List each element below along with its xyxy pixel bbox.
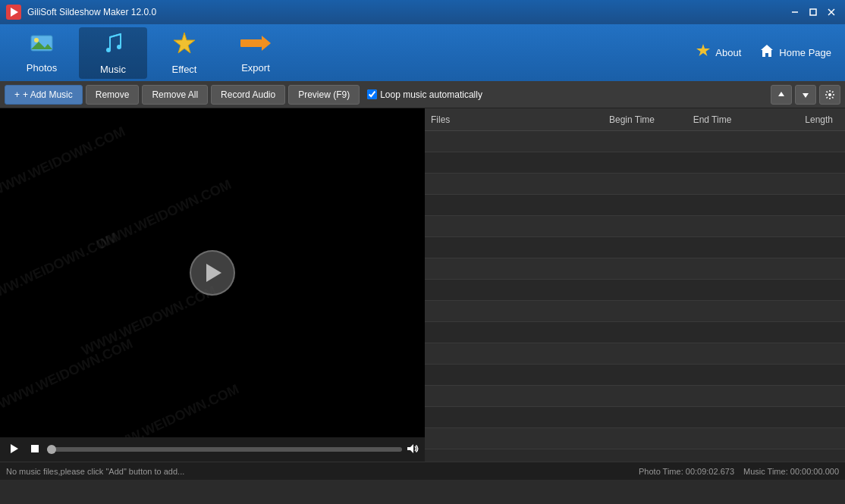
svg-rect-19 — [31, 445, 39, 452]
settings-button[interactable] — [819, 85, 840, 105]
right-nav-buttons: About Home Page — [690, 40, 837, 65]
action-bar: + + Add Music Remove Remove All Record A… — [0, 81, 845, 108]
restore-button[interactable] — [806, 5, 821, 20]
music-row-empty-14 — [425, 407, 845, 428]
effect-button[interactable]: Effect — [150, 27, 218, 79]
volume-icon[interactable] — [407, 443, 419, 456]
music-row-empty-8 — [425, 280, 845, 301]
svg-marker-0 — [11, 8, 18, 17]
loop-checkbox[interactable] — [367, 89, 377, 99]
svg-point-8 — [106, 48, 111, 52]
photos-icon — [30, 33, 54, 59]
play-pause-button[interactable] — [6, 442, 23, 458]
record-audio-label: Record Audio — [221, 89, 275, 100]
titlebar: GiliSoft Sildeshow Maker 12.0.0 — [0, 0, 845, 24]
video-area: WWW.WEIDOWN.COM WWW.WEIDOWN.COM WWW.WEID… — [0, 108, 425, 437]
main-content: WWW.WEIDOWN.COM WWW.WEIDOWN.COM WWW.WEID… — [0, 108, 845, 462]
svg-marker-16 — [803, 93, 809, 98]
homepage-label: Home Page — [779, 47, 831, 58]
svg-marker-20 — [407, 444, 413, 453]
about-icon — [696, 43, 711, 62]
statusbar: No music files,please click "Add" button… — [0, 462, 845, 480]
remove-all-label: Remove All — [152, 89, 198, 100]
music-row-empty-4 — [425, 195, 845, 216]
homepage-icon — [759, 43, 774, 62]
about-label: About — [715, 47, 741, 58]
progress-bar[interactable] — [47, 447, 402, 452]
export-button[interactable]: Export — [221, 27, 290, 79]
music-row-empty-11 — [425, 343, 845, 365]
remove-label: Remove — [96, 89, 130, 100]
preview-label: Preview (F9) — [298, 89, 350, 100]
music-row-empty-2 — [425, 152, 845, 174]
svg-marker-18 — [11, 444, 18, 453]
svg-marker-14 — [761, 45, 773, 57]
add-music-button[interactable]: + + Add Music — [5, 85, 83, 105]
music-icon — [101, 31, 125, 61]
window-controls — [787, 5, 839, 20]
music-panel: Files Begin Time End Time Length — [425, 108, 845, 462]
progress-thumb — [47, 445, 56, 454]
music-time-label: Music Time: 00:00:00.000 — [743, 467, 839, 476]
main-toolbar: Photos Music Effect Exp — [0, 24, 845, 81]
col-length-header: Length — [752, 114, 839, 125]
music-row-empty-9 — [425, 301, 845, 322]
right-controls — [771, 85, 840, 105]
music-row-empty-1 — [425, 131, 845, 152]
music-rows — [425, 131, 845, 462]
music-row-empty-7 — [425, 258, 845, 280]
app-title: GiliSoft Sildeshow Maker 12.0.0 — [27, 7, 787, 17]
play-button[interactable] — [190, 250, 235, 296]
record-audio-button[interactable]: Record Audio — [211, 85, 285, 105]
music-time-value: 00:00:00.000 — [790, 467, 839, 476]
close-button[interactable] — [824, 5, 839, 20]
music-row-empty-13 — [425, 386, 845, 407]
export-label: Export — [241, 62, 270, 74]
svg-point-17 — [828, 93, 831, 96]
loop-label[interactable]: Loop music automatically — [380, 89, 482, 100]
playback-bar — [0, 437, 425, 462]
photos-label: Photos — [27, 62, 57, 74]
loop-check-container: Loop music automatically — [367, 89, 482, 100]
add-music-label: + Add Music — [23, 89, 73, 100]
col-files-header: Files — [431, 114, 592, 125]
music-button[interactable]: Music — [79, 27, 147, 79]
video-panel: WWW.WEIDOWN.COM WWW.WEIDOWN.COM WWW.WEID… — [0, 108, 425, 462]
music-row-empty-3 — [425, 174, 845, 195]
svg-rect-11 — [240, 39, 262, 47]
music-row-empty-6 — [425, 237, 845, 258]
music-row-empty-5 — [425, 216, 845, 237]
about-button[interactable]: About — [690, 40, 747, 65]
play-icon — [206, 264, 221, 282]
svg-marker-13 — [696, 44, 710, 56]
svg-marker-12 — [262, 36, 271, 51]
stop-button[interactable] — [27, 442, 42, 457]
preview-button[interactable]: Preview (F9) — [288, 85, 360, 105]
photo-time-value: 00:09:02.673 — [686, 467, 734, 476]
move-up-button[interactable] — [771, 85, 792, 105]
music-table-header: Files Begin Time End Time Length — [425, 108, 845, 131]
app-logo — [6, 5, 21, 20]
minimize-button[interactable] — [787, 5, 803, 20]
col-begin-header: Begin Time — [592, 114, 672, 125]
music-row-empty-10 — [425, 322, 845, 343]
music-row-empty-12 — [425, 365, 845, 386]
music-row-empty-15 — [425, 428, 845, 449]
homepage-button[interactable]: Home Page — [753, 40, 837, 65]
svg-point-6 — [34, 38, 39, 42]
status-times: Photo Time: 00:09:02.673 Music Time: 00:… — [639, 467, 839, 476]
svg-rect-2 — [810, 9, 816, 15]
effect-icon — [172, 31, 196, 61]
move-down-button[interactable] — [795, 85, 816, 105]
remove-all-button[interactable]: Remove All — [142, 85, 208, 105]
photo-time-label: Photo Time: 00:09:02.673 — [639, 467, 734, 476]
export-icon — [240, 33, 271, 59]
svg-marker-15 — [778, 92, 784, 96]
svg-point-9 — [117, 45, 121, 49]
col-end-header: End Time — [672, 114, 752, 125]
status-message: No music files,please click "Add" button… — [6, 467, 639, 476]
photos-button[interactable]: Photos — [8, 27, 76, 79]
svg-marker-10 — [174, 33, 195, 53]
remove-button[interactable]: Remove — [86, 85, 140, 105]
effect-label: Effect — [171, 64, 196, 75]
